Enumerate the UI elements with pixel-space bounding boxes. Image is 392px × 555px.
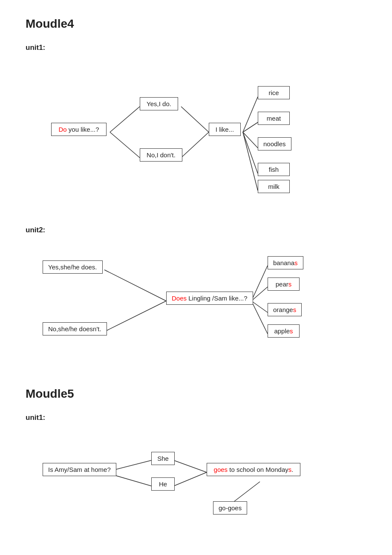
svg-line-10 [104, 301, 166, 332]
unit2-diagram: Yes,she/he does. No,she/he doesn't. Does… [26, 242, 358, 361]
is-amy-sam-box: Is Amy/Sam at home? [43, 463, 116, 476]
moudle5-unit1-section: unit1: Is Amy/Sam at home? She He [26, 413, 366, 523]
moudle5-unit1-diagram: Is Amy/Sam at home? She He goes to schoo… [26, 430, 332, 523]
oranges-text: orange [273, 306, 293, 313]
svg-line-13 [251, 301, 268, 312]
svg-line-18 [174, 472, 207, 486]
moudle4-section: Moudle4 unit1: [26, 17, 366, 361]
bananas-s: s [294, 259, 298, 266]
oranges-box: oranges [268, 303, 302, 316]
svg-line-19 [234, 482, 260, 501]
goes-to-school-text: to school on Monday [229, 466, 288, 473]
no-she-he-box: No,she/he doesn't. [43, 322, 107, 335]
svg-line-9 [104, 270, 166, 301]
svg-line-8 [243, 132, 258, 191]
moudle5-unit1-lines [26, 430, 332, 523]
yes-she-he-box: Yes,she/he does. [43, 260, 103, 274]
svg-line-7 [243, 132, 258, 173]
svg-line-2 [181, 107, 209, 132]
unit1-label: unit1: [26, 43, 366, 52]
pears-s: s [288, 280, 292, 288]
noodles-box: noodles [258, 137, 291, 150]
rice-box: rice [258, 86, 290, 99]
go-goes-box: go-goes [213, 501, 247, 515]
goes-to-school-box: goes to school on Mondays. [207, 463, 300, 476]
svg-line-17 [174, 460, 207, 472]
she-box: She [151, 452, 175, 465]
svg-line-4 [243, 97, 258, 132]
moudle4-title: Moudle4 [26, 17, 366, 31]
svg-line-1 [110, 132, 140, 158]
does-lingling-box: Does Lingling /Sam like...? [166, 292, 253, 305]
svg-line-11 [251, 266, 268, 301]
apples-s: s [290, 327, 293, 335]
apples-box: apples [268, 324, 300, 338]
yes-i-do-box: Yes,I do. [140, 97, 178, 110]
apples-text: apple [274, 327, 290, 335]
svg-line-12 [251, 287, 268, 301]
unit2-section: unit2: Yes,she/he does. No,she/he doesn'… [26, 226, 366, 361]
does-lingling-text: Lingling /Sam like...? [188, 295, 247, 302]
moudle5-title: Moudle5 [26, 387, 366, 401]
does-red: Does [172, 295, 187, 302]
no-i-dont-box: No,I don't. [140, 148, 182, 162]
meat-box: meat [258, 112, 290, 125]
pears-text: pear [276, 280, 288, 288]
bananas-box: bananas [268, 256, 303, 269]
unit1-diagram: Do you like...? Yes,I do. No,I don't. I … [26, 60, 358, 205]
bananas-text: banana [273, 259, 294, 266]
svg-line-5 [243, 122, 258, 132]
goes-red: goes [214, 466, 228, 473]
unit2-label: unit2: [26, 226, 366, 234]
svg-line-6 [243, 132, 258, 148]
unit1-section: unit1: [26, 43, 366, 205]
moudle5-unit1-label: unit1: [26, 413, 366, 422]
fish-box: fish [258, 163, 290, 176]
moudle5-section: Moudle5 unit1: Is Amy/Sam at home? She [26, 387, 366, 523]
i-like-box: I like... [209, 123, 241, 136]
he-box: He [151, 477, 175, 491]
svg-line-14 [251, 301, 268, 334]
pears-box: pears [268, 278, 300, 291]
mondays-s: s [288, 466, 292, 473]
oranges-s: s [293, 306, 297, 313]
do-red: Do [58, 126, 66, 133]
period: . [291, 466, 293, 473]
svg-line-0 [110, 107, 140, 132]
do-you-like-box: Do you like...? [51, 123, 107, 136]
milk-box: milk [258, 180, 290, 193]
svg-line-3 [181, 132, 209, 158]
do-you-like-text: you like...? [69, 126, 99, 133]
